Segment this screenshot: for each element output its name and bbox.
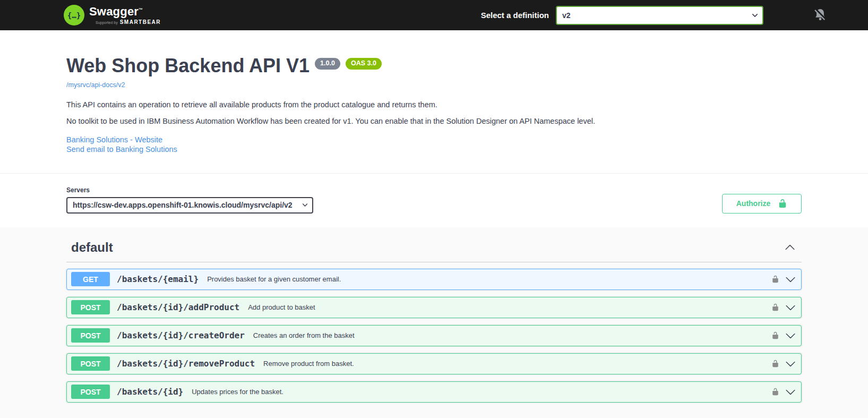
expand-operation-button[interactable] (785, 387, 796, 397)
spec-url-link[interactable]: /mysrvc/api-docs/v2 (66, 81, 125, 89)
operation-row-post-removeproduct[interactable]: POST /baskets/{id}/removeProduct Remove … (66, 353, 802, 374)
website-link[interactable]: Banking Solutions - Website (66, 135, 802, 144)
description-line-2: No toolkit to be used in IBM Business Au… (66, 117, 802, 125)
expand-operation-button[interactable] (785, 330, 796, 341)
operation-path: /baskets/{id} (117, 387, 183, 397)
chevron-down-icon (785, 359, 796, 369)
method-badge: POST (71, 385, 110, 399)
auth-lock-button[interactable] (771, 303, 779, 311)
servers-block: Servers https://csw-dev.apps.openshift-0… (66, 186, 313, 214)
unlocked-padlock-icon (778, 199, 787, 208)
operation-path: /baskets/{id}/addProduct (117, 302, 239, 312)
operations-list: GET /baskets/{email} Provides basket for… (66, 262, 802, 403)
operation-path: /baskets/{email} (117, 274, 199, 284)
authorize-button[interactable]: Authorize (722, 194, 802, 214)
tag-title: default (71, 240, 113, 255)
auth-lock-button[interactable] (771, 388, 779, 396)
chevron-down-icon (785, 302, 796, 313)
unlocked-padlock-icon (771, 388, 779, 396)
method-badge: POST (71, 300, 110, 314)
operation-row-post-createorder[interactable]: POST /baskets/{id}/createOrder Creates a… (66, 325, 802, 346)
operation-row-post-addproduct[interactable]: POST /baskets/{id}/addProduct Add produc… (66, 297, 802, 318)
operation-path: /baskets/{id}/createOrder (117, 330, 245, 340)
swagger-logo-text: Swagger™ Supported by SMARTBEAR (89, 6, 161, 25)
notifications-off-icon (812, 6, 828, 24)
operation-description: Add product to basket (248, 303, 315, 311)
operation-row-get-baskets-email[interactable]: GET /baskets/{email} Provides basket for… (66, 269, 802, 290)
operation-description: Provides basket for a given customer ema… (207, 275, 341, 283)
select-definition-label: Select a definition (481, 11, 549, 20)
chevron-down-icon (785, 330, 796, 341)
api-title: Web Shop Backend API V1 1.0.0 OAS 3.0 (66, 55, 802, 76)
unlocked-padlock-icon (771, 303, 779, 311)
operation-path: /baskets/{id}/removeProduct (117, 359, 255, 369)
description-line-1: This API contains an operation to retrie… (66, 100, 802, 109)
chevron-down-icon (785, 274, 796, 285)
method-badge: POST (71, 356, 110, 371)
operations-section: default GET /baskets/{email} Provides ba… (0, 227, 868, 418)
email-link[interactable]: Send email to Banking Solutions (66, 144, 802, 154)
unlocked-padlock-icon (771, 275, 779, 283)
servers-select[interactable]: https://csw-dev.apps.openshift-01.knowis… (66, 197, 313, 214)
auth-lock-button[interactable] (771, 275, 779, 283)
operation-description: Remove product from basket. (263, 360, 354, 368)
method-badge: GET (71, 272, 110, 286)
scheme-container: Servers https://csw-dev.apps.openshift-0… (0, 173, 868, 227)
info-section: Web Shop Backend API V1 1.0.0 OAS 3.0 /m… (0, 30, 868, 173)
operation-description: Creates an order from the basket (253, 331, 355, 339)
swagger-logo[interactable]: {…} Swagger™ Supported by SMARTBEAR (64, 5, 161, 25)
auth-lock-button[interactable] (771, 360, 779, 368)
operation-description: Updates prices for the basket. (192, 388, 283, 396)
authorize-label: Authorize (736, 199, 771, 208)
auth-lock-button[interactable] (771, 331, 779, 339)
smartbear-label: SMARTBEAR (120, 20, 161, 25)
expand-operation-button[interactable] (785, 302, 796, 313)
chevron-up-icon[interactable] (785, 242, 795, 253)
unlocked-padlock-icon (771, 331, 779, 339)
definition-select[interactable]: v2 (556, 6, 763, 25)
unlocked-padlock-icon (771, 360, 779, 368)
servers-label: Servers (66, 186, 313, 194)
expand-operation-button[interactable] (785, 359, 796, 369)
supported-by-label: Supported by (96, 21, 118, 24)
version-badge: 1.0.0 (315, 58, 340, 70)
operation-row-post-update-basket[interactable]: POST /baskets/{id} Updates prices for th… (66, 381, 802, 403)
trademark: ™ (139, 7, 143, 12)
topbar: {…} Swagger™ Supported by SMARTBEAR Sele… (0, 0, 868, 30)
chevron-down-icon (785, 387, 796, 397)
api-description: This API contains an operation to retrie… (66, 100, 802, 125)
swagger-logo-icon: {…} (64, 5, 84, 25)
api-title-text: Web Shop Backend API V1 (66, 55, 310, 76)
brand-name: Swagger (89, 5, 139, 18)
oas-badge: OAS 3.0 (346, 58, 382, 70)
tag-section-header[interactable]: default (66, 228, 802, 262)
method-badge: POST (71, 328, 110, 343)
expand-operation-button[interactable] (785, 274, 796, 285)
